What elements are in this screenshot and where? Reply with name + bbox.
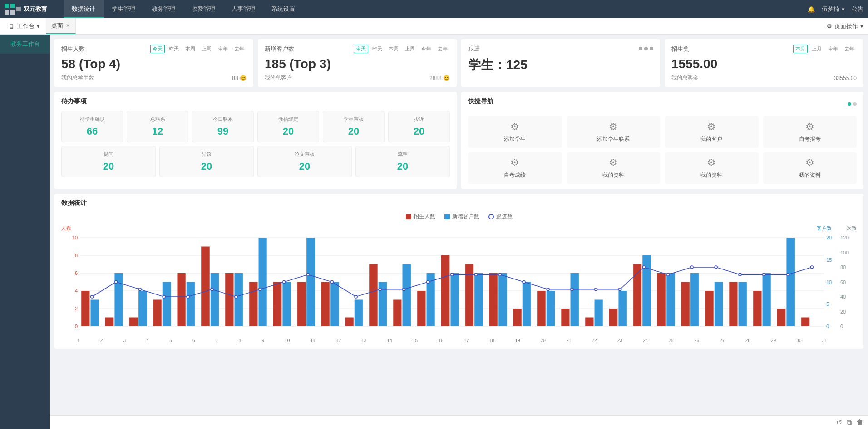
nav-item-人事管理[interactable]: 人事管理	[223, 0, 263, 18]
pending-item-r2-1[interactable]: 异议 20	[159, 146, 254, 177]
time-filter[interactable]: 今天	[354, 45, 368, 53]
y-axis-left-label: 人数	[61, 225, 71, 232]
pending-value: 99	[196, 125, 250, 137]
time-filter[interactable]: 本月	[793, 45, 808, 53]
chart-legend: 招生人数新增客户数跟进数	[61, 213, 857, 220]
time-filter[interactable]: 去年	[232, 45, 247, 53]
pending-item-0[interactable]: 待学生确认 66	[61, 111, 123, 142]
page-ops-button[interactable]: ⚙ 页面操作 ▾	[827, 22, 863, 30]
quick-nav-icon: ⚙	[805, 157, 814, 169]
time-filter[interactable]: 上周	[403, 45, 417, 53]
time-filter[interactable]: 去年	[842, 45, 857, 53]
notice-btn[interactable]: 公告	[852, 5, 863, 13]
pending-item-2[interactable]: 今日联系 99	[192, 111, 254, 142]
workspace-button[interactable]: 🖥 工作台 ▾	[5, 22, 44, 30]
quick-item-3[interactable]: ⚙ 自考报考	[763, 116, 857, 148]
quick-item-label: 添加学生联系	[597, 135, 630, 143]
nav-item-教务管理[interactable]: 教务管理	[143, 0, 183, 18]
stat-footer-label: 我的总客户	[265, 74, 292, 82]
pending-value: 20	[261, 160, 348, 172]
time-filter[interactable]: 昨天	[167, 45, 181, 53]
pending-value: 20	[65, 160, 152, 172]
stat-footer-value: 88 😊	[232, 75, 247, 81]
time-filter[interactable]: 本周	[183, 45, 197, 53]
y-axis-far-right-label: 次数	[847, 225, 857, 232]
dot	[639, 47, 642, 50]
svg-rect-2	[5, 10, 9, 15]
pending-grid-row1: 待学生确认 66 总联系 12 今日联系 99 微信绑定 20 学生审核 20 …	[61, 111, 450, 142]
quick-item-2[interactable]: ⚙ 我的客户	[665, 116, 759, 148]
pending-label: 投诉	[392, 116, 446, 123]
stat-value: 58 (Top 4)	[61, 57, 247, 71]
bottom-row: 待办事项 待学生确认 66 总联系 12 今日联系 99 微信绑定 20 学生审…	[54, 92, 863, 189]
data-stats-title: 数据统计	[61, 199, 857, 207]
time-filter[interactable]: 上月	[809, 45, 824, 53]
svg-rect-1	[10, 4, 15, 8]
x-label: 10	[285, 338, 290, 343]
pending-label: 微信绑定	[261, 116, 315, 123]
time-filter[interactable]: 去年	[435, 45, 450, 53]
pending-item-r2-3[interactable]: 流程 20	[355, 146, 450, 177]
pending-item-5[interactable]: 投诉 20	[388, 111, 450, 142]
stat-value: 学生：125	[468, 56, 653, 74]
quick-nav-title: 快捷导航	[468, 97, 493, 105]
stat-footer-value: 33555.00	[834, 75, 857, 81]
stat-footer-label: 我的总学生数	[61, 74, 94, 82]
quick-item-1[interactable]: ⚙ 添加学生联系	[567, 116, 661, 148]
trash-icon[interactable]: 🗑	[856, 419, 863, 427]
stat-value: 1555.00	[671, 57, 857, 71]
second-bar: 🖥 工作台 ▾ 桌面 ✕ ⚙ 页面操作 ▾	[0, 18, 868, 35]
quick-nav-card: 快捷导航 ⚙ 添加学生 ⚙ 添加学生联系 ⚙ 我的客户 ⚙ 自考报考 ⚙ 自考成…	[461, 92, 863, 189]
time-filter[interactable]: 上周	[199, 45, 214, 53]
stat-footer-label: 我的总奖金	[671, 74, 699, 82]
quick-item-4[interactable]: ⚙ 自考成绩	[468, 152, 562, 184]
quick-item-6[interactable]: ⚙ 我的资料	[665, 152, 759, 184]
x-label: 1	[77, 338, 80, 343]
pending-label: 提问	[65, 151, 152, 158]
stat-card-title: 招生奖	[671, 45, 689, 53]
time-filters: 今天昨天本周上周今年去年	[354, 45, 450, 53]
nav-item-系统设置[interactable]: 系统设置	[263, 0, 303, 18]
quick-item-0[interactable]: ⚙ 添加学生	[468, 116, 562, 148]
nav-item-收费管理[interactable]: 收费管理	[183, 0, 223, 18]
pending-item-r2-0[interactable]: 提问 20	[61, 146, 156, 177]
x-label: 6	[192, 338, 195, 343]
stat-footer-value: 2888 😊	[429, 75, 450, 81]
x-label: 26	[694, 338, 699, 343]
pending-item-3[interactable]: 微信绑定 20	[257, 111, 319, 142]
nav-item-数据统计[interactable]: 数据统计	[64, 0, 104, 18]
pending-label: 总联系	[131, 116, 184, 123]
logo-text: 双元教育	[24, 5, 47, 13]
tab-bar: 桌面 ✕	[46, 18, 827, 34]
time-filter[interactable]: 今年	[826, 45, 840, 53]
copy-icon[interactable]: ⧉	[847, 419, 852, 427]
quick-grid: ⚙ 添加学生 ⚙ 添加学生联系 ⚙ 我的客户 ⚙ 自考报考 ⚙ 自考成绩 ⚙ 我…	[468, 116, 857, 184]
stat-card-header: 新增客户数 今天昨天本周上周今年去年	[265, 45, 450, 53]
nav-item-学生管理[interactable]: 学生管理	[104, 0, 143, 18]
time-filter[interactable]: 今年	[419, 45, 434, 53]
time-filter[interactable]: 本周	[386, 45, 401, 53]
x-label: 24	[643, 338, 648, 343]
stat-card-1: 新增客户数 今天昨天本周上周今年去年 185 (Top 3) 我的总客户 288…	[258, 39, 457, 87]
quick-item-7[interactable]: ⚙ 我的资料	[763, 152, 857, 184]
legend-label: 新增客户数	[452, 213, 479, 220]
dot	[650, 47, 653, 50]
legend-dot-blue	[444, 214, 450, 219]
refresh-icon[interactable]: ↺	[836, 418, 842, 427]
dot-2	[853, 102, 857, 106]
pending-item-r2-2[interactable]: 论文审核 20	[257, 146, 352, 177]
sidebar-item-edu-workspace[interactable]: 教务工作台	[0, 35, 50, 54]
time-filter[interactable]: 今年	[216, 45, 230, 53]
pending-item-4[interactable]: 学生审核 20	[323, 111, 385, 142]
pending-item-1[interactable]: 总联系 12	[127, 111, 188, 142]
quick-item-5[interactable]: ⚙ 我的资料	[567, 152, 661, 184]
x-label: 13	[361, 338, 366, 343]
user-menu[interactable]: 伍梦楠 ▾	[822, 5, 845, 13]
time-filter[interactable]: 今天	[150, 45, 165, 53]
tab-desktop[interactable]: 桌面 ✕	[46, 18, 76, 34]
pending-value: 20	[327, 125, 380, 137]
time-filter[interactable]: 昨天	[370, 45, 385, 53]
notification-icon[interactable]: 🔔	[808, 6, 815, 13]
tab-close-icon[interactable]: ✕	[66, 23, 70, 29]
quick-nav-icon: ⚙	[609, 157, 618, 169]
